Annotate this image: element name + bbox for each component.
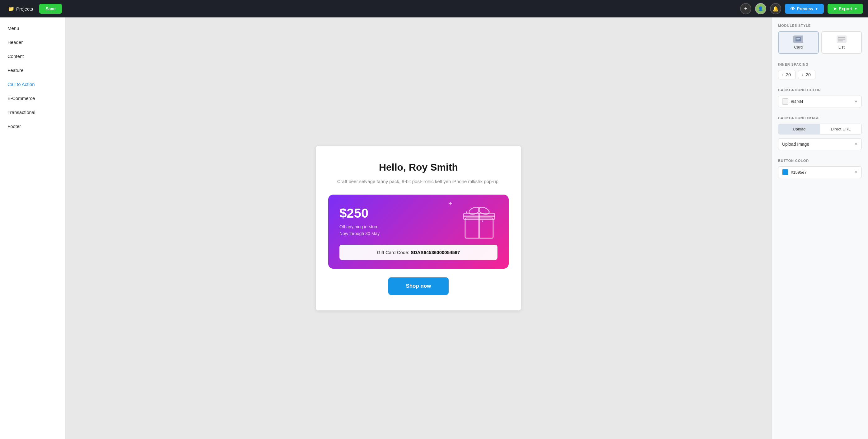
- right-panel: MODULES STYLE Card List: [772, 18, 868, 439]
- sparkle-icon-3: ✦: [442, 246, 445, 250]
- down-arrow-icon: ↓: [801, 72, 803, 77]
- export-icon: ➤: [833, 6, 837, 11]
- spacing-bottom-group: ↓ 20: [798, 70, 815, 79]
- upload-image-row[interactable]: Upload Image ▼: [778, 138, 862, 150]
- button-color-swatch: [782, 169, 788, 175]
- style-list-option[interactable]: List: [822, 31, 862, 54]
- bg-color-dropdown-arrow: ▼: [854, 99, 858, 104]
- button-color-dropdown-arrow: ▼: [854, 170, 858, 174]
- export-dropdown-arrow: ▼: [854, 7, 858, 10]
- bg-image-label: BACKGROUND IMAGE: [778, 116, 862, 120]
- export-button[interactable]: ➤ Export ▼: [828, 4, 863, 14]
- inner-spacing-label: INNER SPACING: [778, 63, 862, 66]
- button-color-hex: #1595e7: [791, 170, 807, 175]
- sidebar-item-menu[interactable]: Menu: [0, 21, 65, 35]
- inner-spacing-section: INNER SPACING ↑ 20 ↓ 20: [778, 63, 862, 79]
- bg-color-hex: #f4f4f4: [791, 99, 803, 104]
- sidebar: Menu Header Content Feature Call to Acti…: [0, 18, 65, 439]
- gift-code-value: SDAS64536000054567: [411, 250, 460, 255]
- svg-rect-6: [796, 37, 801, 41]
- sidebar-item-feature[interactable]: Feature: [0, 63, 65, 77]
- bg-image-section: BACKGROUND IMAGE Upload Direct URL Uploa…: [778, 116, 862, 150]
- email-card: Hello, Roy Smith Craft beer selvage fann…: [316, 146, 521, 310]
- projects-button[interactable]: 📁 Projects: [5, 4, 36, 14]
- export-label: Export: [839, 6, 852, 11]
- folder-icon: 📁: [8, 6, 14, 12]
- upload-tab[interactable]: Upload: [778, 124, 820, 134]
- upload-image-dropdown-arrow: ▼: [854, 142, 858, 146]
- spacing-row: ↑ 20 ↓ 20: [778, 70, 862, 79]
- preview-label: Preview: [797, 6, 813, 11]
- gift-code-box: Gift Card Code: SDAS64536000054567: [339, 245, 497, 260]
- avatar[interactable]: 👤: [755, 3, 766, 14]
- sidebar-item-content[interactable]: Content: [0, 49, 65, 63]
- modules-style-section: MODULES STYLE Card List: [778, 24, 862, 54]
- gift-card: ✦ ✦ ✦ ✦: [328, 195, 509, 269]
- card-style-icon: [793, 35, 803, 43]
- bg-image-tabs: Upload Direct URL: [778, 124, 862, 135]
- button-color-section: BUTTON COLOR #1595e7 ▼: [778, 159, 862, 178]
- svg-rect-8: [797, 39, 799, 40]
- up-arrow-icon: ↑: [781, 72, 783, 77]
- button-color-label: BUTTON COLOR: [778, 159, 862, 163]
- upload-image-label: Upload Image: [782, 142, 809, 147]
- sidebar-item-ecommerce[interactable]: E-Commerce: [0, 91, 65, 105]
- preview-dropdown-arrow: ▼: [815, 7, 818, 10]
- sidebar-item-footer[interactable]: Footer: [0, 119, 65, 133]
- add-button[interactable]: +: [740, 3, 751, 14]
- gift-code-label: Gift Card Code:: [377, 250, 409, 255]
- email-subtitle: Craft beer selvage fanny pack, 8-bit pos…: [337, 178, 500, 185]
- spacing-top-group: ↑ 20: [778, 70, 796, 79]
- sidebar-item-transactional[interactable]: Transactional: [0, 105, 65, 119]
- bg-color-section: BACKGROUND COLOR #f4f4f4 ▼: [778, 88, 862, 108]
- save-button[interactable]: Save: [39, 4, 62, 14]
- modules-style-label: MODULES STYLE: [778, 24, 862, 27]
- preview-button[interactable]: 👁 Preview ▼: [785, 4, 824, 14]
- main-layout: Menu Header Content Feature Call to Acti…: [0, 18, 868, 439]
- sparkle-icon: ✦: [448, 200, 453, 207]
- button-color-picker[interactable]: #1595e7 ▼: [778, 166, 862, 178]
- module-style-toggle: Card List: [778, 31, 862, 54]
- list-style-label: List: [838, 45, 845, 50]
- eye-icon: 👁: [790, 6, 795, 11]
- gift-icon-decoration: [459, 201, 499, 242]
- bg-color-picker[interactable]: #f4f4f4 ▼: [778, 95, 862, 108]
- shop-now-button[interactable]: Shop now: [388, 277, 448, 295]
- projects-label: Projects: [16, 6, 33, 11]
- sidebar-item-header[interactable]: Header: [0, 35, 65, 49]
- topbar: 📁 Projects Save + 👤 🔔 👁 Preview ▼ ➤ Expo…: [0, 0, 868, 18]
- sidebar-item-call-to-action[interactable]: Call to Action: [0, 77, 65, 91]
- card-style-label: Card: [794, 45, 803, 50]
- direct-url-tab[interactable]: Direct URL: [820, 124, 862, 134]
- spacing-bottom-value: 20: [805, 72, 812, 77]
- svg-rect-7: [797, 38, 800, 39]
- list-style-icon: [837, 35, 846, 43]
- spacing-top-value: 20: [785, 72, 792, 77]
- bg-color-swatch: [782, 98, 788, 105]
- style-card-option[interactable]: Card: [778, 31, 819, 54]
- notifications-button[interactable]: 🔔: [770, 3, 781, 14]
- bg-color-label: BACKGROUND COLOR: [778, 88, 862, 92]
- canvas-area: Hello, Roy Smith Craft beer selvage fann…: [65, 18, 772, 439]
- email-title: Hello, Roy Smith: [379, 162, 458, 173]
